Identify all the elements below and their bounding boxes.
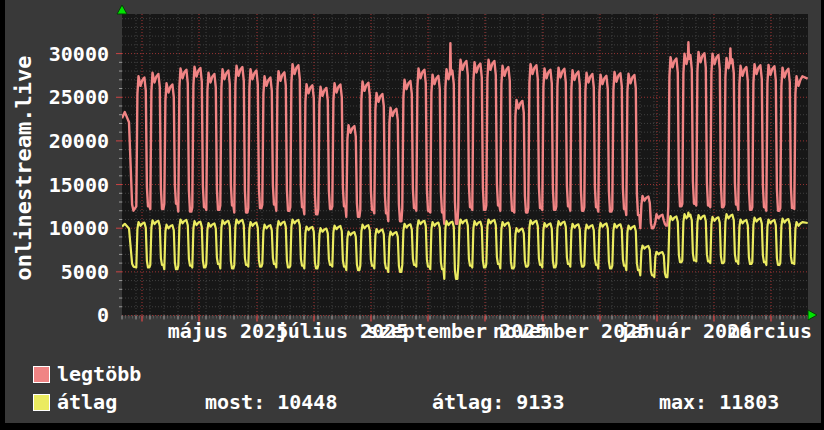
vertical-axis-title: onlinestream.live	[11, 55, 36, 280]
y-tick-label: 5000	[34, 261, 109, 283]
stat-max: max: 11803	[659, 391, 779, 413]
y-tick-label: 20000	[34, 130, 109, 152]
legend-swatch-legtobb	[33, 366, 50, 383]
legend-label-legtobb: legtöbb	[57, 363, 141, 385]
y-tick-label: 25000	[34, 86, 109, 108]
y-tick-label: 30000	[34, 43, 109, 65]
stat-atlag: átlag: 9133	[432, 391, 564, 413]
x-tick-label: március 2026	[728, 320, 824, 342]
stat-most: most: 10448	[205, 391, 337, 413]
y-tick-label: 10000	[34, 217, 109, 239]
y-tick-label: 0	[34, 304, 109, 326]
x-tick-label: május 2025	[168, 320, 288, 342]
rrdtool-graph-page: { "axis_title": "onlinestream.live", "co…	[0, 0, 824, 430]
legend-swatch-atlag	[33, 394, 50, 411]
y-tick-label: 15000	[34, 174, 109, 196]
legend-label-atlag: átlag	[57, 391, 117, 413]
